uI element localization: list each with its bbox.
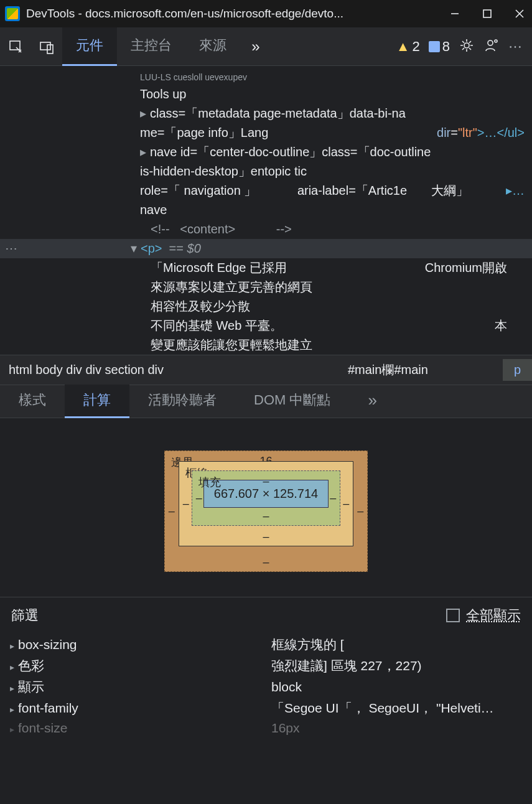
- computed-properties: ▸box-sizing框線方塊的 [ ▸色彩強烈建議] 區塊 227，227) …: [0, 634, 532, 737]
- breadcrumb-current[interactable]: p: [503, 359, 532, 381]
- tab-computed[interactable]: 計算: [65, 385, 129, 418]
- account-icon[interactable]: [483, 37, 500, 56]
- border-right-value: –: [343, 497, 349, 510]
- main-toolbar: 元件 主控台 來源 » ▲2 8 ⋯: [0, 27, 532, 66]
- breadcrumb-hash[interactable]: #main欄#main: [348, 362, 428, 378]
- tab-styles[interactable]: 樣式: [0, 385, 65, 418]
- prop-row[interactable]: ▸顯示block: [0, 676, 532, 698]
- dom-line[interactable]: me=「page info」Lang dir="ltr">…</ul>: [0, 123, 532, 143]
- prop-row[interactable]: ▸font-family「Segoe UI「， SegoeUI， "Helvet…: [0, 698, 532, 719]
- margin-right-value: –: [357, 505, 363, 518]
- dom-line[interactable]: ▸class=「metadata page-metadata」data-bi-n…: [0, 104, 532, 123]
- padding-bottom-value: –: [263, 510, 269, 523]
- minimize-button[interactable]: [447, 6, 462, 21]
- dom-line: Tools up: [0, 85, 532, 104]
- tab-listeners[interactable]: 活動聆聽者: [129, 385, 235, 418]
- more-tabs-icon[interactable]: »: [240, 38, 271, 55]
- dom-tree[interactable]: LUU-LS cuesloll uevexupev Tools up ▸clas…: [0, 66, 532, 355]
- inspect-icon[interactable]: [0, 39, 31, 55]
- more-subtabs-icon[interactable]: »: [349, 385, 395, 418]
- dom-text: 相容性及較少分散: [0, 297, 532, 316]
- dom-text: 來源專案以建立更完善的網頁: [0, 278, 532, 297]
- close-button[interactable]: [512, 6, 527, 21]
- show-all-label[interactable]: 全部顯示: [466, 606, 521, 625]
- dom-line[interactable]: ▸nave id=「center-doc-outline」class=「doc-…: [0, 143, 532, 162]
- padding-right-value: –: [330, 492, 336, 505]
- show-all-checkbox[interactable]: [446, 609, 460, 622]
- more-icon[interactable]: ⋯: [508, 39, 522, 55]
- dom-caption: LUU-LS cuesloll uevexupev: [0, 71, 532, 85]
- prop-row[interactable]: ▸色彩強烈建議] 區塊 227，227): [0, 655, 532, 676]
- border-bottom-value: –: [263, 530, 269, 543]
- padding-top-value: –: [263, 475, 269, 488]
- border-left-value: –: [183, 497, 189, 510]
- dom-line[interactable]: role=「 navigation 」 aria-label=「Artic1e …: [0, 181, 532, 200]
- error-count: 8: [442, 39, 450, 55]
- app-icon: [5, 6, 20, 21]
- margin-left-value: –: [169, 505, 175, 518]
- breadcrumb[interactable]: html body div div section div #main欄#mai…: [0, 355, 532, 385]
- warning-count: 2: [413, 39, 420, 55]
- maximize-button[interactable]: [480, 6, 495, 21]
- dom-comment: <!-- <content> -->: [0, 220, 532, 239]
- svg-rect-4: [10, 41, 20, 50]
- titlebar: DevTools - docs.microsoft.com/en-us/micr…: [0, 0, 532, 27]
- svg-point-9: [495, 40, 497, 42]
- tab-console[interactable]: 主控台: [117, 27, 185, 66]
- sidebar-tabs: 樣式 計算 活動聆聽者 DOM 中斷點 »: [0, 385, 532, 418]
- svg-point-8: [488, 40, 493, 45]
- dom-line[interactable]: is-hidden-desktop」entopic tic: [0, 162, 532, 181]
- error-badge[interactable]: 8: [429, 39, 450, 55]
- margin-bottom-value: –: [263, 556, 269, 569]
- prop-row[interactable]: ▸box-sizing框線方塊的 [: [0, 634, 532, 655]
- gear-icon[interactable]: [459, 37, 475, 56]
- dom-text: 不同的基礎 Web 平臺。本: [0, 316, 532, 335]
- dom-line[interactable]: nave: [0, 200, 532, 220]
- warning-badge[interactable]: ▲2: [396, 39, 420, 55]
- tab-elements[interactable]: 元件: [62, 27, 117, 66]
- dom-text: 變更應該能讓您更輕鬆地建立: [0, 335, 532, 355]
- box-border[interactable]: 框線 – – – – 填充 – – – – 667.607 × 125.714: [179, 461, 353, 546]
- svg-rect-1: [483, 10, 491, 17]
- filter-label[interactable]: 篩選: [11, 606, 39, 625]
- padding-left-value: –: [196, 492, 202, 505]
- padding-label: 填充: [198, 475, 221, 490]
- svg-rect-5: [40, 42, 50, 50]
- tab-sources[interactable]: 來源: [185, 27, 240, 66]
- box-padding[interactable]: 填充 – – – – 667.607 × 125.714: [192, 470, 340, 526]
- dom-text: 「Microsoft Edge 已採用Chromium開啟: [0, 258, 532, 278]
- box-margin[interactable]: 邊界 16 – – – 框線 – – – – 填充 – – – – 667.60…: [164, 451, 368, 572]
- svg-point-7: [464, 43, 469, 48]
- filter-bar: 篩選 全部顯示: [0, 597, 532, 634]
- device-toggle-icon[interactable]: [31, 39, 62, 55]
- dom-selected-p[interactable]: ⋯ ▾<p> == $0: [0, 239, 532, 258]
- box-model[interactable]: 邊界 16 – – – 框線 – – – – 填充 – – – – 667.60…: [0, 418, 532, 597]
- prop-row[interactable]: ▸font-size16px: [0, 719, 532, 737]
- tab-dom-breakpoints[interactable]: DOM 中斷點: [235, 385, 349, 418]
- window-title: DevTools - docs.microsoft.com/en-us/micr…: [26, 7, 447, 21]
- breadcrumb-path[interactable]: html body div div section div: [0, 363, 348, 377]
